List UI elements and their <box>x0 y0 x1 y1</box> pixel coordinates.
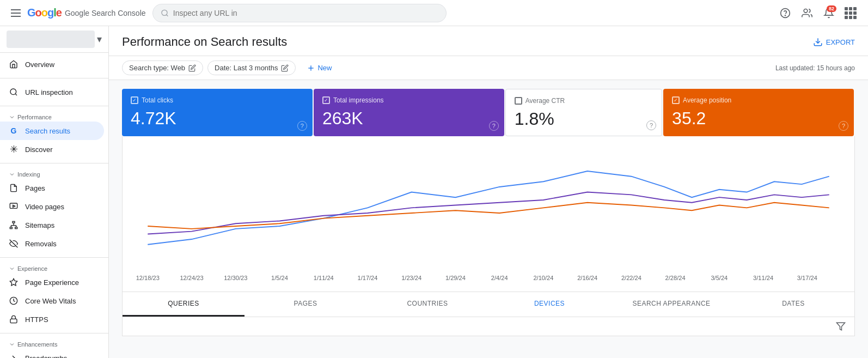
page-icon <box>9 183 19 193</box>
metric-label-impressions: Total impressions <box>333 96 384 104</box>
svg-text:3/5/24: 3/5/24 <box>711 275 728 281</box>
metric-checkbox-position[interactable] <box>672 96 680 104</box>
tab-queries[interactable]: QUERIES <box>123 292 244 317</box>
sidebar-item-page-experience[interactable]: Page Experience <box>0 273 104 292</box>
sidebar-item-https-label: HTTPS <box>25 315 48 324</box>
filter-icon[interactable] <box>836 321 846 331</box>
svg-line-1 <box>166 14 168 16</box>
notification-badge: 82 <box>827 5 836 12</box>
metric-checkbox-ctr[interactable] <box>515 97 522 105</box>
nav-label-performance[interactable]: Performance <box>0 111 108 122</box>
sidebar-item-overview[interactable]: Overview <box>0 55 104 74</box>
nav-label-enhancements[interactable]: Enhancements <box>0 338 108 349</box>
nav-section-enhancements: Enhancements Breadcrumbs <box>0 336 108 358</box>
metric-value-position: 35.2 <box>672 108 845 129</box>
metric-value-clicks: 4.72K <box>131 108 304 129</box>
edit-date-icon <box>281 64 289 72</box>
sidebar-item-url-inspection[interactable]: URL inspection <box>0 83 104 101</box>
account-icon <box>802 8 812 19</box>
svg-text:3/17/24: 3/17/24 <box>797 275 817 281</box>
sidebar-item-core-web-vitals[interactable]: Core Web Vitals <box>0 292 104 310</box>
topbar-left: Google Google Search Console <box>9 7 146 19</box>
help-icon-clicks[interactable]: ? <box>297 121 307 131</box>
metric-card-average-ctr[interactable]: Average CTR 1.8% ? <box>505 89 662 136</box>
metric-value-ctr: 1.8% <box>515 109 653 129</box>
divider-4 <box>0 257 108 258</box>
nav-section-main: Overview <box>0 53 108 76</box>
help-button[interactable] <box>777 4 794 22</box>
divider-1 <box>0 78 108 78</box>
sidebar-item-search-results[interactable]: G Search results <box>0 122 104 140</box>
sidebar-item-video-pages-label: Video pages <box>25 203 64 211</box>
help-icon-impressions[interactable]: ? <box>489 121 499 131</box>
account-button[interactable] <box>798 4 816 22</box>
sidebar-item-video-pages[interactable]: Video pages <box>0 197 104 216</box>
nav-section-performance: Performance G Search results ✳ Discover <box>0 108 108 161</box>
main-layout: ▾ Overview URL inspection <box>0 26 868 358</box>
date-filter[interactable]: Date: Last 3 months <box>207 60 296 75</box>
content-header: Performance on Search results EXPORT <box>109 26 868 56</box>
chevron-down-icon[interactable]: ▾ <box>97 33 102 45</box>
metric-checkbox-clicks[interactable] <box>131 96 138 104</box>
tab-dates[interactable]: DATES <box>732 292 854 317</box>
new-label: New <box>317 64 332 72</box>
search-type-filter[interactable]: Search type: Web <box>122 60 203 75</box>
sidebar-item-overview-label: Overview <box>25 60 54 69</box>
sidebar-item-sitemaps-label: Sitemaps <box>25 221 54 229</box>
edit-search-type-icon <box>188 64 196 72</box>
property-selector[interactable]: ▾ <box>0 26 108 53</box>
metrics-row: Total clicks 4.72K ? Total impressions 2… <box>109 80 868 136</box>
svg-line-6 <box>15 94 17 95</box>
tab-countries[interactable]: COUNTRIES <box>366 292 488 317</box>
tab-search-appearance[interactable]: SEARCH APPEARANCE <box>610 292 732 317</box>
svg-text:2/4/24: 2/4/24 <box>491 275 508 281</box>
sidebar-item-core-web-vitals-label: Core Web Vitals <box>25 297 76 305</box>
search-icon <box>161 9 169 17</box>
chart-container: 12/18/23 12/24/23 12/30/23 1/5/24 1/11/2… <box>122 136 855 292</box>
topbar: Google Google Search Console 82 <box>0 0 868 26</box>
metric-checkbox-impressions[interactable] <box>322 96 330 104</box>
svg-rect-9 <box>13 221 15 223</box>
metric-card-total-impressions[interactable]: Total impressions 263K ? <box>314 89 504 136</box>
download-icon <box>813 37 823 47</box>
sidebar-item-discover[interactable]: ✳ Discover <box>0 140 104 159</box>
sidebar-item-removals[interactable]: Removals <box>0 234 104 253</box>
search-bar[interactable] <box>152 4 447 22</box>
svg-text:2/16/24: 2/16/24 <box>577 275 597 281</box>
content-area: Performance on Search results EXPORT Sea… <box>109 26 868 358</box>
grid-icon <box>845 7 857 19</box>
tabs-row: QUERIES PAGES COUNTRIES DEVICES SEARCH A… <box>122 292 855 317</box>
svg-point-4 <box>804 9 808 13</box>
nav-label-experience[interactable]: Experience <box>0 262 108 273</box>
google-logo: Google Google Search Console <box>27 7 146 19</box>
tab-pages[interactable]: PAGES <box>244 292 366 317</box>
help-icon-ctr[interactable]: ? <box>646 120 656 130</box>
sidebar-item-sitemaps[interactable]: Sitemaps <box>0 216 104 234</box>
search-input[interactable] <box>173 9 438 17</box>
gauge-icon <box>9 296 19 306</box>
export-button[interactable]: EXPORT <box>813 37 855 47</box>
filter-row-bottom <box>122 317 855 336</box>
sidebar-item-url-inspection-label: URL inspection <box>25 88 73 96</box>
home-icon <box>9 59 19 69</box>
apps-button[interactable] <box>842 4 859 22</box>
sidebar-item-https[interactable]: HTTPS <box>0 310 104 329</box>
notifications-button[interactable]: 82 <box>820 4 838 22</box>
sidebar-item-pages[interactable]: Pages <box>0 179 104 197</box>
svg-point-5 <box>10 89 16 95</box>
svg-text:1/5/24: 1/5/24 <box>271 275 288 281</box>
svg-marker-39 <box>837 323 845 330</box>
nav-label-indexing[interactable]: Indexing <box>0 168 108 179</box>
add-new-button[interactable]: New <box>300 61 338 75</box>
hamburger-menu[interactable] <box>9 7 23 19</box>
nav-label-performance-text: Performance <box>17 114 52 120</box>
sidebar-item-breadcrumbs[interactable]: Breadcrumbs <box>0 349 104 358</box>
metric-card-average-position[interactable]: Average position 35.2 ? <box>663 89 854 136</box>
svg-text:12/30/23: 12/30/23 <box>224 275 247 281</box>
search-icon-nav <box>9 87 19 97</box>
divider-5 <box>0 333 108 333</box>
help-icon-position[interactable]: ? <box>839 121 848 131</box>
metric-card-total-clicks[interactable]: Total clicks 4.72K ? <box>122 89 313 136</box>
help-icon <box>780 8 791 19</box>
tab-devices[interactable]: DEVICES <box>488 292 610 317</box>
